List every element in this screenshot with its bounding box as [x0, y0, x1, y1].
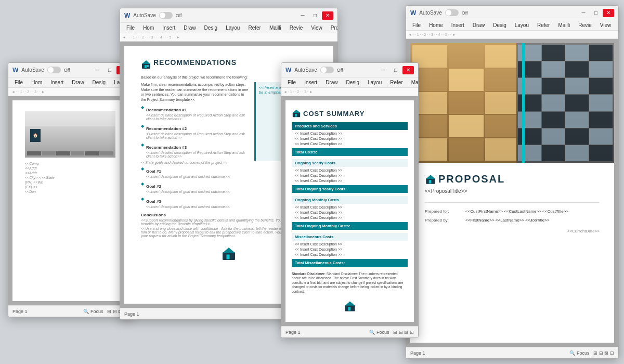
- cost-desc-2: << Insert Cost Description >>: [292, 136, 408, 141]
- win-controls-4: ─ □ ✕: [578, 9, 614, 17]
- ongoing-yearly-header: Ongoing Yearly Costs: [292, 159, 408, 167]
- menu-home-4[interactable]: Home: [427, 21, 445, 29]
- products-services-header: Products and Services: [292, 122, 408, 130]
- menu-file-4[interactable]: File: [410, 21, 423, 29]
- menu-mail-3[interactable]: Mailli: [409, 79, 418, 86]
- rec1-label: Recommendation #1: [146, 108, 250, 112]
- menu-mail-2[interactable]: Mailli: [267, 24, 283, 32]
- disclaimer-bold: Standard Disclaimer:: [292, 272, 326, 276]
- off-label-3: Off: [337, 68, 343, 73]
- menu-draw-3[interactable]: Draw: [323, 79, 340, 86]
- ongoing-yearly-desc1: << Insert Cost Description >>: [292, 168, 408, 173]
- rec2-label: Recommendation #2: [146, 126, 250, 131]
- doc-content-3: COST SUMMARY Products and Services << In…: [281, 96, 418, 326]
- close-btn-3[interactable]: ✕: [402, 66, 414, 74]
- title-bar-4: W AutoSave Off ─ □ ✕: [406, 6, 618, 20]
- autosave-toggle-2[interactable]: [159, 12, 173, 19]
- menu-file-2[interactable]: File: [124, 24, 137, 32]
- menu-layout-2[interactable]: Layou: [224, 24, 242, 32]
- menu-insert-2[interactable]: Insert: [160, 24, 177, 32]
- autosave-toggle-4[interactable]: [445, 9, 459, 16]
- menu-draw-1[interactable]: Draw: [70, 79, 86, 86]
- goal3-label: Goal #3: [146, 199, 230, 204]
- off-label-4: Off: [462, 10, 468, 16]
- doc-content-4: PROPOSAL <<ProposalTitle>> Prepared for:…: [406, 39, 618, 347]
- close-btn-4[interactable]: ✕: [603, 9, 614, 17]
- menu-insert-3[interactable]: Insert: [302, 79, 319, 86]
- menu-draw-4[interactable]: Draw: [471, 21, 487, 29]
- menu-refer-3[interactable]: Refer: [388, 79, 405, 86]
- cost-heading: COST SUMMARY: [303, 110, 365, 118]
- prepared-for-value: <<CustFirstName>> <<CustLastName>> <<Cus…: [465, 209, 568, 214]
- focus-area-1: 🔍 Focus: [83, 309, 103, 314]
- maximize-btn-2[interactable]: □: [309, 11, 321, 20]
- maximize-btn-1[interactable]: □: [104, 66, 115, 74]
- menu-refer-4[interactable]: Refer: [535, 21, 552, 29]
- prepared-by-label: Prepared by:: [425, 218, 461, 223]
- svg-rect-12: [348, 307, 350, 310]
- menu-draw-2[interactable]: Draw: [181, 24, 198, 32]
- maximize-btn-3[interactable]: □: [390, 66, 401, 74]
- menu-design-2[interactable]: Desig: [202, 24, 220, 32]
- menu-layout-4[interactable]: Layou: [513, 21, 531, 29]
- menu-insert-1[interactable]: Insert: [48, 79, 66, 86]
- minimize-btn-2[interactable]: ─: [297, 11, 308, 20]
- menu-file-1[interactable]: File: [12, 79, 25, 86]
- rec1-placeholder: <<Insert detailed description of Require…: [146, 113, 250, 121]
- bullet-diamond-1: ◆: [141, 105, 144, 110]
- word-icon-4: W: [410, 9, 416, 17]
- ruler-2: ◄ · · · 1 · · · 2 · · · 3 · · · 4 · · · …: [120, 33, 337, 42]
- minimize-btn-4[interactable]: ─: [578, 9, 589, 17]
- rw8: [589, 61, 613, 77]
- menu-design-1[interactable]: Desig: [90, 79, 108, 86]
- autosave-toggle-1[interactable]: [47, 67, 61, 73]
- bullet-diamond-2: ◆: [141, 124, 144, 128]
- minimize-btn-3[interactable]: ─: [378, 66, 389, 74]
- menu-design-4[interactable]: Desig: [491, 21, 509, 29]
- ruler-4: ◄ · · 1 · · 2 · · 3 · · 4 · · 5 · · ►: [406, 31, 618, 39]
- ongoing-yearly-desc2: << Insert Cost Description >>: [292, 173, 408, 178]
- minimize-btn-1[interactable]: ─: [92, 66, 103, 74]
- ruler-content-1: ◄ · · 1 · · 2 · · 3 · · ►: [10, 90, 130, 94]
- rw12: [589, 78, 613, 94]
- maximize-btn-4[interactable]: □: [590, 9, 602, 17]
- ruler-3: ◄ · 1 · · 2 · · 3 · ►: [281, 88, 418, 96]
- menu-review-4[interactable]: Revie: [576, 21, 594, 29]
- toggle-knob-1: [48, 67, 54, 73]
- city-state: <<City>>, <<State: [25, 176, 115, 179]
- menu-home-2[interactable]: Hom: [141, 24, 156, 32]
- misc-desc1: << Insert Cost Description >>: [292, 242, 408, 246]
- fax: (FX) <<: [25, 185, 115, 189]
- menu-prop-2[interactable]: Prop: [329, 24, 337, 32]
- toggle-knob-3: [321, 67, 327, 73]
- win-controls-3: ─ □ ✕: [378, 66, 414, 74]
- lw2: [449, 45, 484, 68]
- autosave-label-3: AutoSave: [294, 67, 317, 73]
- doc-image-1: 🏠: [25, 111, 115, 158]
- status-bar-1: Page 1 🔍 Focus ⊞ ⊟ ⊠ ⊡: [8, 305, 132, 317]
- menu-insert-4[interactable]: Insert: [449, 21, 466, 29]
- menu-view-4[interactable]: View: [598, 21, 614, 29]
- menu-file-3[interactable]: File: [285, 79, 298, 86]
- left-row-5: [412, 138, 521, 161]
- menu-home-1[interactable]: Hom: [29, 79, 44, 86]
- rw-row-6: [518, 128, 613, 145]
- menu-refer-2[interactable]: Refer: [246, 24, 263, 32]
- window-cost-summary[interactable]: W AutoSave Off ─ □ ✕ File Insert Draw De…: [281, 62, 419, 338]
- rw15: [565, 95, 589, 111]
- menu-prop-4[interactable]: Prop: [617, 21, 618, 29]
- menu-design-3[interactable]: Desig: [344, 79, 361, 86]
- prepared-for-row: Prepared for: <<CustFirstName>> <<CustLa…: [425, 209, 600, 214]
- rw-row-2: [518, 61, 613, 77]
- menu-layout-3[interactable]: Layou: [366, 79, 384, 86]
- status-bar-3: Page 1 🔍 Focus ⊞ ⊟ ⊠ ⊡: [281, 326, 418, 337]
- window-recommendations-small[interactable]: W AutoSave Off ─ □ ✕ File Hom Insert Dra…: [8, 62, 133, 317]
- menu-mail-4[interactable]: Mailli: [556, 21, 572, 29]
- view-icons-4: ⊞ ⊟ ⊠ ⊡: [593, 350, 614, 356]
- menu-review-2[interactable]: Revie: [288, 24, 305, 32]
- window-proposal[interactable]: W AutoSave Off ─ □ ✕ File Home Insert Dr…: [406, 5, 619, 359]
- autosave-toggle-3[interactable]: [320, 67, 334, 73]
- close-btn-2[interactable]: ✕: [322, 11, 333, 20]
- menu-view-2[interactable]: View: [309, 24, 324, 32]
- misc-header: Miscellaneous Costs: [292, 233, 408, 241]
